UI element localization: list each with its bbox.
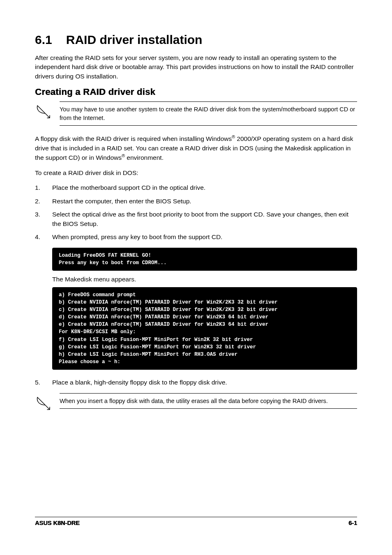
step-text: When prompted, press any key to boot fro… — [52, 233, 222, 242]
list-item: 4.When prompted, press any key to boot f… — [35, 233, 357, 242]
sub-paragraph: The Makedisk menu appears. — [52, 276, 357, 283]
step-number: 3. — [35, 210, 52, 228]
list-item: 3.Select the optical drive as the first … — [35, 210, 357, 228]
terminal-output-1: Loading FreeDOS FAT KERNEL GO! Press any… — [52, 248, 357, 271]
steps-list-cont: 5.Place a blank, high-density floppy dis… — [35, 378, 357, 387]
heading-number: 6.1 — [35, 33, 52, 47]
note-text-wrap: When you insert a floppy disk with data,… — [60, 393, 357, 409]
step-number: 4. — [35, 233, 52, 242]
step-text: Place the motherboard support CD in the … — [52, 183, 205, 192]
para1-a: A floppy disk with the RAID driver is re… — [35, 135, 232, 142]
footer-right: 6-1 — [348, 520, 357, 526]
terminal-output-2: a) FreeDOS command prompt b) Create NVID… — [52, 287, 357, 370]
note-text-1: You may have to use another system to cr… — [60, 105, 357, 122]
list-item: 5.Place a blank, high-density floppy dis… — [35, 378, 357, 387]
step-number: 1. — [35, 183, 52, 192]
step-text: Restart the computer, then enter the BIO… — [52, 197, 191, 206]
steps-list: 1.Place the motherboard support CD in th… — [35, 183, 357, 242]
intro-paragraph: After creating the RAID sets for your se… — [35, 53, 357, 81]
list-item: 1.Place the motherboard support CD in th… — [35, 183, 357, 192]
note-text-wrap: You may have to use another system to cr… — [60, 101, 357, 126]
para1-c: environment. — [125, 154, 164, 161]
step-text: Place a blank, high-density floppy disk … — [52, 378, 227, 387]
note-icon — [35, 396, 52, 413]
paragraph-1: A floppy disk with the RAID driver is re… — [35, 134, 357, 163]
page-heading: 6.1RAID driver installation — [35, 33, 357, 47]
paragraph-2: To create a RAID driver disk in DOS: — [35, 168, 357, 177]
reg-mark-2: ® — [122, 153, 125, 158]
list-item: 2.Restart the computer, then enter the B… — [35, 197, 357, 206]
note-icon — [35, 104, 52, 121]
reg-mark-1: ® — [232, 134, 235, 139]
step-number: 2. — [35, 197, 52, 206]
note-text-2: When you insert a floppy disk with data,… — [60, 397, 357, 405]
page-footer: ASUS K8N-DRE 6-1 — [35, 517, 357, 526]
step-text: Select the optical drive as the first bo… — [52, 210, 357, 228]
heading-title: RAID driver installation — [66, 33, 203, 46]
step-number: 5. — [35, 378, 52, 387]
footer-left: ASUS K8N-DRE — [35, 520, 80, 526]
note-block-2: When you insert a floppy disk with data,… — [35, 393, 357, 413]
note-block-1: You may have to use another system to cr… — [35, 101, 357, 126]
section-heading: Creating a RAID driver disk — [35, 87, 357, 97]
